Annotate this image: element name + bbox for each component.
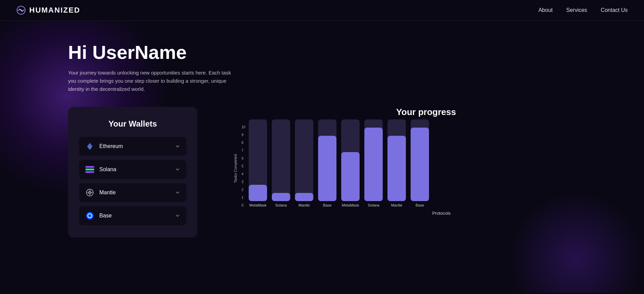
bar-group-3: Base: [318, 119, 336, 207]
bar-label-0: MetaMask: [249, 203, 267, 207]
bar-group-4: MetaMask: [341, 119, 360, 207]
wallets-title: Your Wallets: [79, 119, 186, 129]
bar-group-1: Solana: [272, 119, 290, 207]
svg-point-13: [88, 214, 92, 218]
nav-links: About Services Contact Us: [539, 7, 628, 13]
logo-text: HUMANIZED: [29, 6, 80, 15]
logo: HUMANIZED: [16, 5, 80, 15]
y-label-2: 2: [242, 188, 245, 192]
bar-label-5: Solana: [368, 203, 379, 207]
bar-fill-0: [249, 185, 267, 201]
y-label-0: 0: [242, 204, 245, 207]
ethereum-label: Ethereum: [99, 143, 123, 149]
ethereum-icon: [85, 142, 95, 151]
bar-group-7: Base: [411, 119, 429, 207]
svg-point-1: [18, 10, 19, 11]
y-label-9: 9: [242, 133, 245, 137]
ethereum-chevron-icon: [175, 144, 180, 149]
y-axis: 0 1 2 3 4 5 6 7 8 9 10: [242, 126, 245, 207]
hero-subtitle: Your journey towards unlocking new oppor…: [68, 69, 238, 93]
solana-icon: [85, 165, 95, 174]
wallet-item-solana[interactable]: Solana: [79, 160, 186, 179]
svg-point-2: [23, 10, 24, 11]
bar-group-6: Mantle: [387, 119, 406, 207]
bar-outer-6: [387, 119, 406, 201]
bar-group-5: Solana: [364, 119, 383, 207]
solana-chevron-icon: [175, 167, 180, 172]
svg-rect-6: [85, 169, 94, 170]
y-label-5: 5: [242, 165, 245, 168]
hero-section: Hi UserName Your journey towards unlocki…: [0, 21, 644, 293]
bar-group-2: Mantle: [295, 119, 313, 207]
y-label-6: 6: [242, 157, 245, 160]
chart-inner: 0 1 2 3 4 5 6 7 8 9 10: [242, 126, 628, 207]
bar-fill-4: [341, 152, 360, 201]
mantle-label: Mantle: [99, 190, 116, 196]
bar-label-7: Base: [416, 203, 424, 207]
bar-fill-3: [318, 136, 336, 201]
y-label-1: 1: [242, 196, 245, 199]
wallet-item-ethereum[interactable]: Ethereum: [79, 137, 186, 156]
bar-fill-2: [295, 193, 313, 201]
base-chevron-icon: [175, 213, 180, 218]
bar-outer-2: [295, 119, 313, 201]
hero-greeting: Hi UserName: [68, 41, 628, 63]
navbar: HUMANIZED About Services Contact Us: [0, 0, 644, 21]
wallet-left-mantle: Mantle: [85, 188, 116, 197]
wallet-left-solana: Solana: [85, 165, 116, 174]
y-label-10: 10: [242, 126, 245, 129]
wallet-item-base[interactable]: Base: [79, 206, 186, 225]
y-axis-title: Tasks Completed: [233, 154, 237, 183]
bar-group-0: MetaMask: [249, 119, 267, 207]
bar-label-4: MetaMask: [342, 203, 359, 207]
bar-outer-0: [249, 119, 267, 201]
bar-fill-7: [411, 128, 429, 201]
bar-label-1: Solana: [275, 203, 287, 207]
bar-fill-6: [387, 136, 406, 201]
x-axis-title: Protocols: [242, 210, 628, 216]
base-label: Base: [99, 213, 112, 219]
bar-label-3: Base: [323, 203, 332, 207]
wallet-left-ethereum: Ethereum: [85, 142, 123, 151]
bar-outer-7: [411, 119, 429, 201]
wallet-left-base: Base: [85, 211, 112, 220]
bar-outer-4: [341, 119, 360, 201]
bar-fill-5: [364, 128, 383, 201]
mantle-chevron-icon: [175, 190, 180, 195]
y-label-8: 8: [242, 141, 245, 145]
nav-services[interactable]: Services: [566, 7, 587, 13]
bar-fill-1: [272, 193, 290, 201]
progress-title: Your progress: [225, 107, 628, 117]
y-label-7: 7: [242, 149, 245, 152]
chart-container: Tasks Completed 0 1 2 3 4 5 6 7 8: [225, 126, 628, 216]
bar-label-6: Mantle: [391, 203, 402, 207]
progress-area: Your progress Tasks Completed 0 1 2 3 4 …: [225, 107, 628, 216]
mantle-icon: [85, 188, 95, 197]
wallets-card: Your Wallets Ethereum: [68, 107, 197, 238]
nav-contact[interactable]: Contact Us: [601, 7, 628, 13]
svg-rect-5: [85, 166, 94, 168]
solana-label: Solana: [99, 166, 116, 173]
y-label-3: 3: [242, 180, 245, 184]
main-content: Your Wallets Ethereum: [68, 107, 628, 238]
y-label-4: 4: [242, 173, 245, 176]
bar-outer-3: [318, 119, 336, 201]
wallet-item-mantle[interactable]: Mantle: [79, 183, 186, 202]
base-icon: [85, 211, 95, 220]
bar-outer-1: [272, 119, 290, 201]
bar-outer-5: [364, 119, 383, 201]
logo-icon: [16, 5, 26, 15]
svg-rect-7: [85, 171, 94, 173]
x-axis-label: Protocols: [432, 211, 450, 216]
bars-container: MetaMaskSolanaMantleBaseMetaMaskSolanaMa…: [249, 126, 429, 207]
bar-label-2: Mantle: [299, 203, 310, 207]
nav-about[interactable]: About: [539, 7, 553, 13]
